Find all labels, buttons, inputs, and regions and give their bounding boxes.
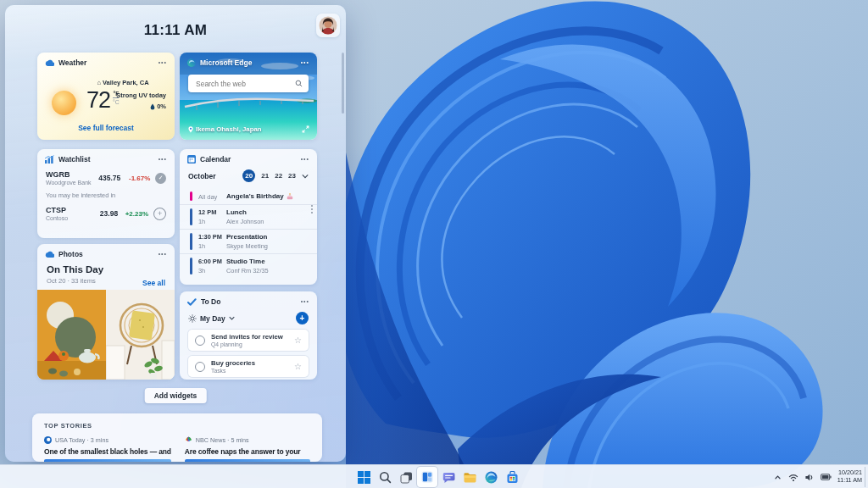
see-full-forecast-link[interactable]: See full forecast	[37, 124, 175, 132]
chevron-down-icon[interactable]	[229, 316, 235, 320]
avatar-image	[319, 16, 337, 35]
stock-row-wgrb[interactable]: WGRB Woodgrove Bank 435.75 -1.67% ✓	[37, 170, 175, 186]
windows-logo-icon	[358, 471, 370, 484]
widgets-button[interactable]	[417, 467, 437, 487]
todo-menu-button[interactable]: •••	[301, 297, 309, 306]
home-icon: ⌂	[97, 79, 101, 86]
edge-search-box[interactable]	[188, 75, 309, 92]
calendar-date-strip: 20 21 22 23	[242, 169, 309, 182]
edge-menu-button[interactable]: •••	[301, 58, 309, 67]
weather-condition: Strong UV today	[116, 92, 166, 99]
weather-widget[interactable]: Weather ••• ⌂ Valley Park, CA 72 °F °C S…	[37, 53, 175, 140]
date-chip-selected[interactable]: 20	[242, 169, 255, 182]
widgets-panel: 11:11 AM Weather ••	[5, 5, 346, 462]
panel-clock: 11:11 AM	[5, 22, 346, 39]
story-headline: Are coffee naps the answer to your	[185, 447, 310, 456]
task-row[interactable]: Send invites for review Q4 planning ☆	[188, 330, 309, 351]
task-star-button[interactable]: ☆	[294, 362, 302, 371]
taskbar-clock[interactable]: 10/20/21 11:11 AM	[837, 469, 864, 484]
photos-collage	[37, 290, 175, 380]
story-headline: One of the smallest black holes — and	[44, 447, 171, 456]
profile-avatar[interactable]	[316, 14, 340, 37]
task-view-button[interactable]	[396, 467, 416, 487]
date-chip[interactable]: 21	[261, 172, 269, 180]
chevron-down-icon[interactable]	[302, 174, 309, 179]
chat-icon	[442, 471, 455, 484]
search-icon	[295, 80, 303, 87]
stock-add-button[interactable]: +	[153, 208, 166, 220]
stock-row-ctsp[interactable]: CTSP Contoso 23.98 +2.23% +	[37, 206, 175, 221]
chat-button[interactable]	[438, 467, 459, 487]
stock-change: -1.67%	[120, 175, 150, 182]
story-image	[44, 459, 171, 462]
tray-chevron-up-icon[interactable]	[773, 473, 782, 482]
event-row[interactable]: All day Angela's Birthday	[180, 188, 317, 204]
edge-widget[interactable]: Microsoft Edge ••• Ikema Ohashi, Japan	[180, 53, 317, 140]
story-item[interactable]: NBC News · 5 mins Are coffee naps the an…	[185, 436, 310, 462]
weather-precip: 0%	[116, 103, 166, 110]
store-button[interactable]	[502, 467, 522, 487]
task-row[interactable]: Buy groceries Tasks ☆	[188, 356, 309, 377]
calendar-title: Calendar	[200, 155, 231, 164]
add-task-button[interactable]: +	[296, 312, 309, 324]
start-button[interactable]	[353, 467, 374, 487]
expand-icon[interactable]	[302, 125, 309, 133]
task-checkbox[interactable]	[195, 362, 205, 372]
weather-cloud-icon	[45, 59, 54, 66]
event-color-bar	[190, 258, 192, 274]
stock-price: 23.98	[100, 209, 118, 218]
edge-button[interactable]	[481, 467, 501, 487]
watchlist-widget[interactable]: Watchlist ••• WGRB Woodgrove Bank 435.75…	[37, 149, 175, 238]
battery-icon[interactable]	[821, 473, 832, 481]
stock-added-check-icon[interactable]: ✓	[155, 173, 166, 184]
event-row[interactable]: 1:30 PM 1h Presentation Skype Meeting	[180, 229, 317, 253]
calendar-menu-button[interactable]: •••	[301, 155, 309, 164]
usa-today-favicon	[44, 436, 52, 444]
photos-cloud-icon	[45, 251, 54, 258]
event-row[interactable]: 6:00 PM 3h Studio Time Conf Rm 32/35	[180, 253, 317, 278]
photos-menu-button[interactable]: •••	[159, 250, 167, 258]
story-item[interactable]: USA Today · 3 mins One of the smallest b…	[44, 436, 171, 462]
search-input[interactable]	[194, 79, 295, 89]
volume-icon[interactable]	[804, 473, 815, 482]
panel-scrollbar[interactable]	[342, 53, 344, 114]
weather-menu-button[interactable]: •••	[159, 58, 167, 67]
file-explorer-button[interactable]	[459, 467, 480, 487]
weather-temperature: 72 °F °C	[86, 88, 120, 112]
todo-check-icon	[187, 298, 197, 306]
wifi-icon[interactable]	[788, 473, 798, 482]
photos-widget[interactable]: Photos ••• On This Day Oct 20 · 33 items…	[37, 244, 175, 380]
event-color-bar	[190, 233, 192, 250]
watchlist-menu-button[interactable]: •••	[159, 155, 167, 164]
photo-thumbnail-still-life[interactable]	[37, 290, 106, 380]
edge-logo-icon	[187, 58, 196, 67]
edge-title: Microsoft Edge	[200, 58, 252, 67]
task-star-button[interactable]: ☆	[294, 336, 302, 345]
photo-thumbnail-chair[interactable]	[106, 290, 175, 380]
date-chip[interactable]: 22	[275, 172, 282, 180]
task-checkbox[interactable]	[195, 336, 205, 346]
story-image	[185, 459, 310, 462]
add-widgets-button[interactable]: Add widgets	[145, 388, 207, 403]
search-button[interactable]	[375, 467, 395, 487]
event-row[interactable]: 12 PM 1h Lunch Alex Johnson	[180, 204, 317, 229]
edge-photo-caption: Ikema Ohashi, Japan	[188, 125, 262, 133]
search-icon	[379, 471, 392, 484]
calendar-events: All day Angela's Birthday	[180, 188, 317, 278]
file-explorer-icon	[464, 472, 476, 483]
desktop: 11:11 AM Weather ••	[0, 0, 868, 488]
todo-list-selector[interactable]: My Day	[200, 314, 225, 323]
date-chip[interactable]: 23	[288, 172, 296, 180]
show-desktop-button[interactable]	[865, 467, 868, 487]
taskbar-center-icons	[353, 467, 522, 487]
my-day-sun-icon	[188, 314, 197, 323]
weather-title: Weather	[58, 58, 86, 67]
todo-widget[interactable]: To Do ••• My Day +	[180, 291, 317, 380]
calendar-scroll-dots[interactable]	[311, 205, 313, 214]
calendar-month: October	[188, 172, 216, 180]
location-pin-icon	[188, 126, 193, 133]
calendar-widget[interactable]: Calendar ••• October 20 21 22 23	[180, 149, 317, 285]
calendar-icon	[187, 155, 196, 164]
see-all-link[interactable]: See all	[142, 279, 165, 287]
droplet-icon	[150, 103, 155, 110]
